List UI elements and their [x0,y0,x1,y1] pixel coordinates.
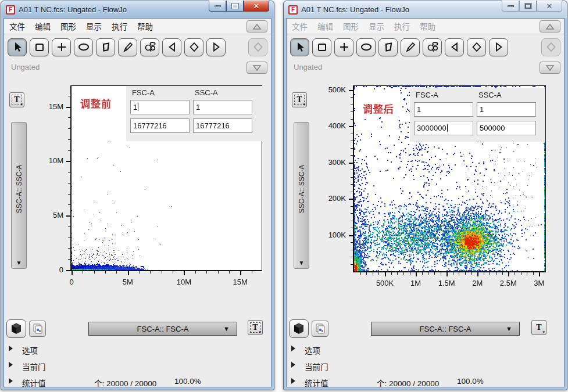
next-plot-button[interactable] [489,38,508,56]
y-tick-label: 400K [321,121,346,130]
autogate-icon [426,41,439,53]
menu-graph[interactable]: 图形 [60,20,76,32]
x-axis-selector[interactable]: FSC-A:: FSC-A ▼ [371,322,520,336]
close-button[interactable]: ✕ [244,1,269,12]
close-icon: ✕ [546,2,553,10]
collapse-down-button[interactable] [540,62,560,74]
close-button[interactable]: ✕ [537,1,562,12]
disclosure-triangle-icon[interactable] [291,378,295,384]
polygon-gate-button[interactable] [378,38,398,56]
menu-file[interactable]: 文件 [9,20,25,32]
y-minor-tick [351,264,353,265]
menu-view[interactable]: 显示 [86,20,102,32]
autogate-button[interactable] [423,38,442,56]
y-axis-text-button[interactable]: T▾ [9,92,24,107]
menu-execute[interactable]: 执行 [394,20,410,32]
section-options[interactable]: 选项 [287,344,564,355]
range-input-ssc-min[interactable]: 1 [477,102,536,117]
maximize-button[interactable] [226,1,244,12]
collapse-down-button[interactable] [247,62,267,74]
collapse-up-button[interactable] [540,20,560,33]
x-axis-text-button[interactable]: T▾ [531,320,546,335]
y-minor-tick [68,194,70,195]
range-col-header-fsc: FSC-A [132,88,155,97]
plot-type-button[interactable] [6,319,26,338]
range-input-ssc-max[interactable]: 16777216 [193,118,252,133]
x-minor-tick [252,271,252,274]
section-options[interactable]: 选项 [4,344,271,355]
x-minor-tick [218,271,219,274]
minimize-button[interactable] [209,1,226,12]
collapse-up-button[interactable] [247,20,267,33]
x-minor-tick [410,272,410,275]
next-plot-button[interactable] [206,38,226,56]
menu-execute[interactable]: 执行 [112,20,127,32]
layout-editor-button[interactable] [29,321,46,337]
y-minor-tick [68,226,70,227]
menu-file[interactable]: 文件 [292,20,308,32]
polygon-gate-button[interactable] [96,38,115,56]
layout-editor-button[interactable] [312,321,328,337]
x-minor-tick [397,272,398,275]
y-major-tick [349,90,353,91]
y-minor-tick [351,213,353,214]
y-axis-selector[interactable]: SSC-A:: SSC-A ▼ [11,122,27,269]
diamond-view-button[interactable] [184,38,203,56]
layers-icon [315,323,326,335]
disclosure-triangle-icon[interactable] [291,346,295,351]
y-tick-label: 200K [321,194,346,203]
y-axis-text-button[interactable]: T▾ [292,92,307,107]
x-axis-selector[interactable]: FSC-A:: FSC-A ▼ [88,322,237,336]
minimize-button[interactable] [502,1,519,12]
autogate-button[interactable] [140,38,159,56]
pencil-gate-button[interactable] [401,38,420,56]
prev-plot-button[interactable] [445,38,464,56]
select-cursor-button[interactable] [290,38,309,56]
section-statistics[interactable]: 统计值 个: 20000 / 20000 100.0% [287,376,564,387]
x-axis-dropdown-arrow-icon: ▼ [223,325,230,332]
range-input-fsc-max[interactable]: 3000000 [414,121,473,135]
x-minor-tick [521,272,521,275]
range-input-fsc-min[interactable]: 1 [414,102,473,117]
section-current-gate[interactable]: 当前门 [287,360,564,372]
maximize-button[interactable] [519,1,537,12]
menu-edit[interactable]: 编辑 [35,20,51,32]
y-tick-label: 10M [39,156,63,165]
ellipse-gate-button[interactable] [74,38,93,56]
range-input-fsc-max[interactable]: 16777216 [130,118,190,133]
menu-help[interactable]: 帮助 [137,20,153,32]
menu-view[interactable]: 显示 [369,20,384,32]
disclosure-triangle-icon[interactable] [9,346,13,351]
x-minor-tick [490,272,490,275]
quad-gate-button[interactable] [52,38,71,56]
prev-plot-button[interactable] [162,38,181,56]
y-tick-label: 500K [321,85,346,94]
x-tick-label: 10M [169,278,198,286]
diamond-view-button[interactable] [467,38,486,56]
range-input-ssc-max[interactable]: 500000 [477,121,536,135]
select-cursor-button[interactable] [8,38,27,56]
x-major-tick [477,272,478,276]
x-axis-text-button[interactable]: T▾ [248,320,263,335]
ellipse-gate-button[interactable] [356,38,376,56]
disclosure-triangle-icon[interactable] [9,362,13,368]
y-axis-label: SSC-A:: SSC-A [294,123,309,256]
close-icon: ✕ [253,2,260,10]
quad-gate-button[interactable] [334,38,353,56]
disclosure-triangle-icon[interactable] [291,362,295,368]
rectangle-gate-button[interactable] [312,38,331,56]
x-minor-tick [116,271,117,274]
section-current-gate[interactable]: 当前门 [4,360,271,372]
disclosure-triangle-icon[interactable] [9,378,13,384]
y-axis-selector[interactable]: SSC-A:: SSC-A ▼ [294,122,309,269]
ellipse-gate-icon [77,41,90,53]
menu-graph[interactable]: 图形 [343,20,359,32]
section-statistics[interactable]: 统计值 个: 20000 / 20000 100.0% [4,376,271,387]
plot-type-button[interactable] [289,319,309,338]
menu-edit[interactable]: 编辑 [317,20,333,32]
pencil-gate-button[interactable] [118,38,137,56]
range-input-ssc-min[interactable]: 1 [193,100,252,114]
range-input-fsc-min[interactable]: 1 [130,100,190,114]
menu-help[interactable]: 帮助 [420,20,435,32]
rectangle-gate-button[interactable] [30,38,49,56]
